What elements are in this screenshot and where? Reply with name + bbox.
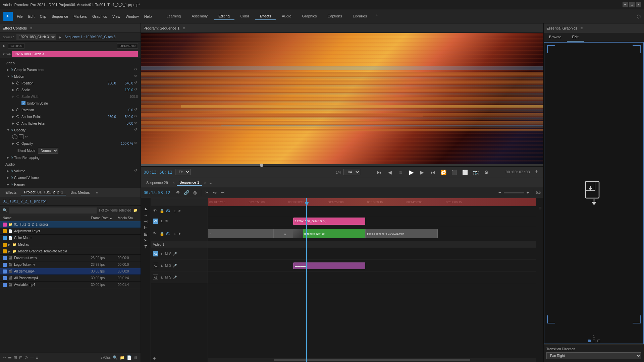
ap-watch-icon[interactable]: ⏱ [16,115,21,119]
anchor-point-row[interactable]: ▶ ⏱ Anchor Point 960.0 540.0 ↺ [0,113,141,120]
volume-row[interactable]: ▶ fx Volume ↺ [0,168,141,174]
op-expand-icon[interactable]: ▼ [7,128,11,132]
menu-edit[interactable]: Edit [28,14,35,18]
slip-tool-icon[interactable]: T [145,244,147,249]
timeline-timecode[interactable]: 00:13:58:12 [144,190,170,195]
new-bin-icon[interactable]: 📁 [133,208,138,213]
prev-frame-icon[interactable]: ◀ [386,168,394,176]
monitor-timecode[interactable]: 00:13:58:12 [144,170,172,175]
pencil-icon[interactable]: ✏ [3,355,6,360]
anchor-x[interactable]: 960.0 [101,115,116,119]
opacity-row[interactable]: ▼ fx Opacity ↺ [0,127,141,133]
opv-reset-icon[interactable]: ↺ [133,141,138,146]
menu-graphics[interactable]: Graphics [92,14,107,18]
monitor-scrubber-bar[interactable] [141,164,543,166]
anchor-y[interactable]: 540.0 [118,115,133,119]
scale-expand-icon[interactable]: ▶ [12,88,16,92]
a1-s-icon[interactable]: S [169,252,171,256]
motion-row[interactable]: ▼ fx Motion ↺ [0,73,141,80]
grid-view-icon[interactable]: ⊞ [14,355,17,360]
list-item[interactable]: 📄 Color Matte [0,235,141,241]
mark-in-icon[interactable]: ⬛ [450,168,459,176]
rotation-val[interactable]: 0.0 [118,108,133,112]
maximize-button[interactable]: □ [629,2,635,7]
tab-color[interactable]: Color [236,13,254,20]
af-watch-icon[interactable]: ⏱ [16,121,21,125]
search-input[interactable] [9,207,97,214]
uniform-scale-row[interactable]: ✓ Uniform Scale [0,100,141,107]
monitor-menu-icon[interactable]: ≡ [183,26,185,30]
icon-view-icon[interactable]: ⊟ [19,355,22,360]
share-icon[interactable]: ⬡ [637,14,641,19]
tab-sequence-29[interactable]: Sequence 29 [144,180,171,185]
col-name-header[interactable]: Name [3,216,91,220]
list-view-icon[interactable]: ☰ [8,355,12,360]
video-clip-3[interactable]: pexels-cottonbro-524418 [293,229,365,238]
pen-tool-icon[interactable]: ✏ [25,134,28,139]
tab-bin-medias[interactable]: Bin: Medias [68,190,92,195]
scale-watch-icon[interactable]: ⏱ [16,88,21,92]
a1-m-icon[interactable]: M [165,252,168,256]
rot-reset-icon[interactable]: ↺ [133,108,138,112]
mark-out-icon[interactable]: ⬜ [461,168,469,176]
col-fps-header[interactable]: Frame Rate ▲ [91,216,118,220]
ap-reset-icon[interactable]: ↺ [133,114,138,119]
af-expand-icon[interactable]: ▶ [12,122,16,125]
tab-libraries[interactable]: Libraries [348,13,372,20]
close-button[interactable]: × [636,2,641,7]
a2-mic-icon[interactable]: 🎤 [173,264,177,267]
menu-view[interactable]: View [112,14,120,18]
timeline-scrollbar[interactable] [208,358,536,362]
v3-lock-icon[interactable]: 🔒 [160,209,164,213]
delete-icon[interactable]: 🗑 [134,355,138,360]
menu-clip[interactable]: Clip [40,14,46,18]
tl-snap-icon[interactable]: ⊕ [175,189,181,196]
list-item[interactable]: 📄 Adjustment Layer [0,228,141,235]
tab-browse[interactable]: Browse [544,33,567,42]
auto-icon[interactable]: ⊙ [24,355,28,360]
play-button[interactable]: ▶ [408,168,416,176]
motion-expand-icon[interactable]: ▼ [7,75,11,78]
scale-width-val[interactable]: 100.0 [123,95,138,99]
fit-dropdown[interactable]: Fit [175,169,191,175]
v3-eye2-icon[interactable]: 👁 [178,209,181,213]
v2-eye-icon[interactable]: 👁 [165,219,168,223]
v3-sync-icon[interactable]: ⊔ [174,209,176,213]
eg-menu-icon[interactable]: ≡ [581,26,583,30]
step-back-icon[interactable]: ⏮ [375,168,383,176]
list-item[interactable]: 🎬 Logo Tut.wmv 23.99 fps 00:00:0 [0,261,141,268]
play-icon-small[interactable]: ▶ [3,44,5,48]
source-dropdown[interactable]: 1920x1080_Glitch 3 [16,34,56,40]
list-item[interactable]: 📁 01_Tut1_2_2_1_prproj [0,221,141,228]
position-y[interactable]: 540.0 [118,81,133,85]
scrubber-handle[interactable] [260,164,263,167]
rot-watch-icon[interactable]: ⏱ [16,108,21,112]
tl-mark-icon[interactable]: ◎ [192,189,198,196]
tab-effects[interactable]: Effects [255,13,276,20]
menu-window[interactable]: Window [126,14,139,18]
v3-vis-icon[interactable]: 👁 [153,208,158,214]
pos-reset-icon[interactable]: ↺ [133,81,138,85]
video-clip-1[interactable]: ▪▪ [208,229,274,238]
razor-blade-icon[interactable]: ✂ [144,238,148,243]
a1-sync-icon[interactable]: ⊔ [161,252,164,256]
channel-volume-row[interactable]: ▶ fx Channel Volume [0,174,141,181]
camera-icon[interactable]: 📷 [472,168,480,176]
minimize-button[interactable]: − [623,2,628,7]
tab-sequence-1[interactable]: Sequence 1 [177,180,202,186]
tl-link-icon[interactable]: 🔗 [182,189,191,196]
sort-asc-icon[interactable]: ▲ [109,216,113,220]
position-row[interactable]: ▶ ⏱ Position 960.0 540.0 ↺ [0,80,141,86]
tab-assembly[interactable]: Assembly [187,13,212,20]
scale-val[interactable]: 100.0 [118,88,133,92]
v1-vis-icon[interactable]: 👁 [153,231,158,236]
audio-clip-1[interactable]: ▬▬▬▬ [293,262,365,269]
list-item[interactable]: ▶ 📁 Medias [0,241,141,248]
rot-expand-icon[interactable]: ▶ [12,108,16,112]
stop-icon[interactable]: ◾ [397,168,405,176]
tab-editing[interactable]: Editing [214,13,234,20]
menu-file[interactable]: File [17,14,23,18]
tab-graphics[interactable]: Graphics [297,13,321,20]
rotation-row[interactable]: ▶ ⏱ Rotation 0.0 ↺ [0,107,141,113]
position-x[interactable]: 960.0 [101,81,116,85]
